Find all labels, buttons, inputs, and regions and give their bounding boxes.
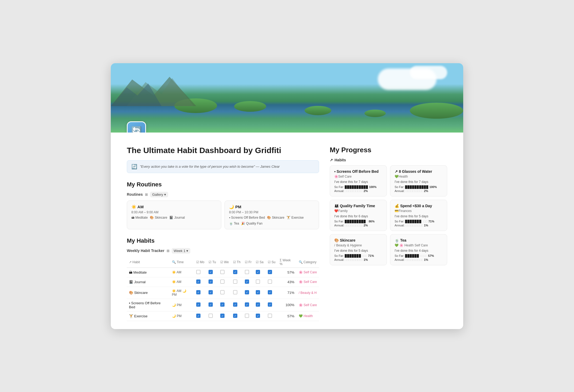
habit-day-tu-3[interactable]	[206, 299, 218, 311]
habit-day-fr-4[interactable]	[243, 311, 254, 321]
habit-day-mo-1[interactable]	[194, 277, 207, 287]
habit-day-th-0[interactable]	[231, 267, 243, 277]
habit-day-th-1[interactable]	[231, 277, 243, 287]
habit-day-we-2[interactable]	[218, 287, 231, 299]
checkbox-fr-0[interactable]	[245, 270, 249, 274]
routine-am-tags: 🏔 Meditate 🎨 Skincare 📓 Journal	[131, 216, 217, 219]
progress-card-desc-4: I've done this for 5 days	[334, 249, 382, 253]
habit-time-1: ☀️ AM	[172, 280, 192, 284]
app-container: 🔄 The Ultimate Habit Dashboard by Gridfi…	[111, 63, 463, 329]
habit-day-mo-0[interactable]	[194, 267, 207, 277]
checkbox-we-1[interactable]	[220, 279, 225, 284]
habit-day-mo-2[interactable]	[194, 287, 207, 299]
checkbox-sa-3[interactable]	[256, 302, 260, 307]
habit-day-sa-3[interactable]	[254, 299, 266, 311]
habit-day-sa-4[interactable]	[254, 311, 266, 321]
checkbox-th-4[interactable]	[233, 314, 237, 318]
checkbox-mo-2[interactable]	[196, 290, 200, 294]
habit-day-tu-2[interactable]	[206, 287, 218, 299]
checkbox-sa-4[interactable]	[256, 314, 260, 318]
habit-day-we-0[interactable]	[218, 267, 231, 277]
checkbox-su-1[interactable]	[268, 279, 272, 284]
checkbox-mo-0[interactable]	[196, 270, 200, 274]
checkbox-tu-0[interactable]	[209, 270, 213, 274]
progress-card-category-3: 💳Finances	[395, 209, 443, 213]
progress-card-2: 👨‍👩‍👧 Quality Family Time ❤️Family I've …	[330, 200, 387, 231]
checkbox-tu-2[interactable]	[209, 290, 213, 294]
checkbox-su-3[interactable]	[268, 302, 272, 307]
right-panel: My Progress ↗ Habits ▪ Screens Off Befor…	[330, 146, 447, 321]
checkbox-su-4[interactable]	[268, 314, 272, 318]
checkbox-sa-2[interactable]	[256, 290, 260, 294]
progress-so-far-0: So Far: ██████████ 100%	[334, 185, 382, 189]
view-selector[interactable]: Gallery ▾	[150, 192, 168, 197]
checkbox-fr-1[interactable]	[245, 279, 249, 284]
habit-day-we-1[interactable]	[218, 277, 231, 287]
checkbox-th-3[interactable]	[233, 302, 237, 307]
checkbox-th-2[interactable]	[233, 290, 237, 294]
habit-day-th-4[interactable]	[231, 311, 243, 321]
habit-day-su-1[interactable]	[266, 277, 278, 287]
checkbox-su-2[interactable]	[268, 290, 272, 294]
habit-day-sa-0[interactable]	[254, 267, 266, 277]
habit-day-tu-0[interactable]	[206, 267, 218, 277]
habit-day-mo-4[interactable]	[194, 311, 207, 321]
habit-day-mo-3[interactable]	[194, 299, 207, 311]
checkbox-th-1[interactable]	[233, 279, 237, 284]
habit-day-th-2[interactable]	[231, 287, 243, 299]
checkbox-we-4[interactable]	[220, 314, 225, 318]
week-selector[interactable]: Week 1 ▾	[172, 248, 191, 254]
checkbox-fr-4[interactable]	[245, 314, 249, 318]
habit-day-tu-1[interactable]	[206, 277, 218, 287]
habits-table-body: 🏔 Meditate☀️ AM 57%🌸 Self Care📓 Journal☀…	[127, 267, 319, 321]
progress-card-title-0: ▪ Screens Off Before Bed	[334, 169, 382, 174]
habit-day-th-3[interactable]	[231, 299, 243, 311]
checkbox-tu-3[interactable]	[209, 302, 213, 307]
habit-day-fr-1[interactable]	[243, 277, 254, 287]
habit-day-su-2[interactable]	[266, 287, 278, 299]
tag-screens: ▪ Screens Off Before Bed	[229, 216, 265, 219]
annual-bar-empty-4: □□□□□□□□□□	[345, 258, 363, 261]
habit-time-0: ☀️ AM	[172, 270, 192, 274]
table-row: 🎨 Skincare☀️ AM 🌙 PM 71%/ Beauty & H	[127, 287, 319, 299]
habit-day-sa-1[interactable]	[254, 277, 266, 287]
habit-day-su-3[interactable]	[266, 299, 278, 311]
habit-name-0: 🏔 Meditate	[129, 270, 168, 274]
habit-day-we-4[interactable]	[218, 311, 231, 321]
habit-day-fr-3[interactable]	[243, 299, 254, 311]
checkbox-sa-1[interactable]	[256, 279, 260, 284]
habit-day-we-3[interactable]	[218, 299, 231, 311]
habits-arrow-icon: ↗	[330, 158, 333, 162]
habit-day-tu-4[interactable]	[206, 311, 218, 321]
checkbox-we-3[interactable]	[220, 302, 225, 307]
checkbox-mo-1[interactable]	[196, 279, 200, 284]
checkbox-sa-0[interactable]	[256, 270, 260, 274]
checkbox-th-0[interactable]	[233, 270, 237, 274]
checkbox-we-2[interactable]	[220, 290, 225, 294]
checkbox-su-0[interactable]	[268, 270, 272, 274]
checkbox-we-0[interactable]	[220, 270, 225, 274]
checkbox-tu-4[interactable]	[209, 314, 213, 318]
tag-skincare-pm: 🎨 Skincare	[267, 216, 284, 219]
routine-am-time: 8:00 AM – 9:00 AM	[131, 210, 217, 214]
habit-day-su-4[interactable]	[266, 311, 278, 321]
progress-card-category-5: 💚 🌸 Health Self Care	[395, 243, 443, 247]
checkbox-mo-3[interactable]	[196, 302, 200, 307]
routines-section-title: My Routines	[127, 181, 319, 188]
habit-day-fr-0[interactable]	[243, 267, 254, 277]
annual-pct-3: 1%	[424, 224, 428, 227]
habit-day-fr-2[interactable]	[243, 287, 254, 299]
checkbox-mo-4[interactable]	[196, 314, 200, 318]
checkbox-fr-3[interactable]	[245, 302, 249, 307]
island-3	[305, 106, 331, 115]
habit-pct-0: 57%	[278, 267, 297, 277]
habit-category-4: 💚 Health	[299, 314, 317, 318]
hero-clouds2	[410, 66, 447, 79]
habit-day-su-0[interactable]	[266, 267, 278, 277]
checkbox-fr-2[interactable]	[245, 290, 249, 294]
hero-image: 🔄	[111, 63, 463, 133]
progress-card-category-4: / Beauty & Hygiene	[334, 243, 382, 247]
checkbox-tu-1[interactable]	[209, 279, 213, 284]
habit-day-sa-2[interactable]	[254, 287, 266, 299]
so-far-pct-2: 86%	[369, 220, 375, 223]
